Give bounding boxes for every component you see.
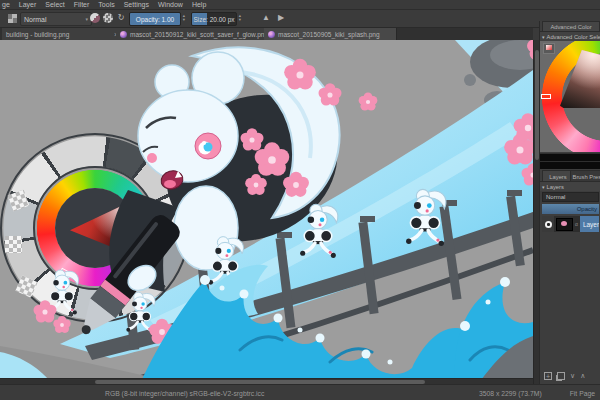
menu-item-image[interactable]: ge — [2, 1, 10, 8]
canvas-area[interactable] — [0, 40, 533, 384]
krita-file-icon — [120, 31, 127, 38]
tab-label: building - building.png — [6, 31, 69, 38]
layer-thumbnail — [556, 218, 573, 231]
preserve-alpha-icon[interactable] — [103, 13, 113, 23]
move-layer-down-icon[interactable]: ∨ — [570, 372, 575, 380]
tab-label: mascot_20150905_kiki_splash.png — [278, 31, 380, 38]
tab-mascot-saver[interactable]: mascot_20150912_kiki_scott_saver_f_glow.… — [116, 28, 271, 40]
choose-workspace-icon[interactable] — [8, 14, 17, 23]
menu-item-layer[interactable]: Layer — [19, 1, 37, 8]
add-layer-icon[interactable]: + — [544, 372, 552, 380]
tab-label: Brush Prese — [573, 174, 600, 180]
water-waves — [0, 265, 533, 384]
color-history-strip[interactable] — [540, 153, 600, 161]
status-bar: RGB (8-bit integer/channel) sRGB-elle-V2… — [0, 384, 600, 400]
image-dimensions: 3508 x 2299 (73.7M) — [479, 390, 542, 397]
eye-icon — [545, 221, 552, 228]
menu-item-window[interactable]: Window — [158, 1, 183, 8]
size-slider[interactable]: Size: 20.00 px — [191, 12, 237, 26]
colorspace-info: RGB (8-bit integer/channel) sRGB-elle-V2… — [105, 390, 264, 397]
layers-header[interactable]: ▾ Layers — [540, 181, 600, 191]
tab-label: Advanced Color — [550, 24, 591, 30]
reload-preset-icon[interactable]: ↻ — [115, 12, 127, 23]
artwork-foreground — [0, 40, 533, 384]
docker-title: Advanced Color Sele — [547, 34, 600, 40]
move-layer-up-icon[interactable]: ∧ — [580, 372, 585, 380]
krita-window: ge Layer Select Filter Tools Settings Wi… — [0, 0, 600, 400]
visibility-toggle[interactable] — [542, 216, 554, 232]
duplicate-layer-icon[interactable] — [557, 372, 565, 380]
right-docker: Advanced Color ▾ Advanced Color Sele Lay… — [539, 21, 600, 384]
alpha-icon: α — [575, 221, 578, 227]
shade-selector-button[interactable] — [543, 43, 555, 54]
menu-item-filter[interactable]: Filter — [74, 1, 90, 8]
tab-label: Layers — [549, 174, 566, 180]
opacity-label: Opacity — [577, 206, 597, 212]
tab-mascot-splash[interactable]: mascot_20150905_kiki_splash.png — [264, 28, 397, 40]
docker-title: Layers — [547, 184, 564, 190]
krita-file-icon — [268, 31, 275, 38]
layer-docker-buttons: + ∨ ∧ — [540, 370, 600, 382]
blending-mode-select[interactable]: Normal ▾ — [20, 12, 92, 26]
opacity-value: Opacity: 1.00 — [130, 13, 180, 25]
eraser-mode-icon[interactable] — [90, 13, 100, 23]
opacity-slider[interactable]: Opacity: 1.00 — [129, 12, 181, 26]
wrap-around-icon[interactable]: ▶ — [275, 12, 287, 23]
menu-item-tools[interactable]: Tools — [98, 1, 114, 8]
gamut-strip[interactable] — [540, 161, 600, 169]
menu-item-settings[interactable]: Settings — [124, 1, 149, 8]
collapse-arrow-icon: ▾ — [542, 34, 545, 40]
size-stepper[interactable]: ▴▾ — [236, 12, 244, 24]
menu-item-select[interactable]: Select — [45, 1, 64, 8]
size-value: Size: 20.00 px — [192, 13, 236, 25]
layer-name[interactable]: Layer 1 — [580, 216, 599, 232]
zoom-mode[interactable]: Fit Page — [570, 390, 595, 397]
brush-toolbar: Normal ▾ ↻ Opacity: 1.00 ▴▾ Size: 20.00 … — [0, 10, 600, 28]
tab-building[interactable]: building - building.png × — [2, 28, 123, 40]
collapse-arrow-icon: ▾ — [542, 184, 545, 190]
mirror-icon[interactable]: ▲ — [260, 12, 272, 23]
layer-blending-select[interactable]: Normal — [542, 192, 599, 202]
layer-opacity-slider[interactable]: Opacity — [542, 204, 599, 214]
menu-item-help[interactable]: Help — [192, 1, 206, 8]
layer-blend-value: Normal — [546, 194, 565, 200]
advanced-color-header[interactable]: ▾ Advanced Color Sele — [540, 31, 600, 41]
hue-cursor — [541, 94, 551, 99]
advanced-color-selector[interactable] — [540, 41, 600, 152]
layer-row[interactable]: α Layer 1 — [542, 216, 599, 232]
opacity-stepper[interactable]: ▴▾ — [180, 12, 188, 24]
menu-bar: ge Layer Select Filter Tools Settings Wi… — [0, 0, 600, 10]
chevron-down-icon: ▾ — [85, 16, 88, 22]
blending-mode-value: Normal — [24, 16, 47, 23]
tab-label: mascot_20150912_kiki_scott_saver_f_glow.… — [130, 31, 268, 38]
